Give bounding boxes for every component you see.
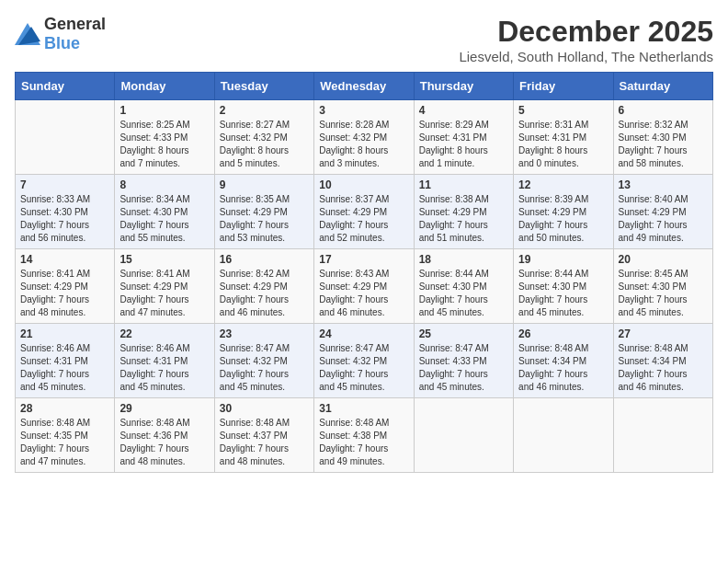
- title-area: December 2025 Liesveld, South Holland, T…: [459, 15, 713, 64]
- day-number: 10: [319, 178, 408, 191]
- day-info: Sunrise: 8:48 AM Sunset: 4:34 PM Dayligh…: [518, 342, 608, 394]
- calendar-cell: 26Sunrise: 8:48 AM Sunset: 4:34 PM Dayli…: [514, 324, 613, 398]
- header-saturday: Saturday: [613, 73, 712, 100]
- day-number: 27: [619, 327, 708, 340]
- day-number: 29: [119, 402, 209, 415]
- day-number: 21: [20, 327, 109, 340]
- day-number: 30: [220, 402, 309, 415]
- day-number: 13: [619, 178, 708, 191]
- header-monday: Monday: [115, 73, 214, 100]
- day-info: Sunrise: 8:44 AM Sunset: 4:30 PM Dayligh…: [518, 268, 608, 319]
- calendar-cell: 8Sunrise: 8:34 AM Sunset: 4:30 PM Daylig…: [115, 175, 214, 249]
- calendar-header-row: SundayMondayTuesdayWednesdayThursdayFrid…: [16, 73, 713, 100]
- day-info: Sunrise: 8:35 AM Sunset: 4:29 PM Dayligh…: [220, 193, 309, 245]
- calendar-cell: [414, 398, 513, 473]
- calendar-cell: 31Sunrise: 8:48 AM Sunset: 4:38 PM Dayli…: [314, 398, 414, 473]
- calendar-cell: 13Sunrise: 8:40 AM Sunset: 4:29 PM Dayli…: [613, 175, 712, 249]
- day-number: 31: [319, 402, 408, 415]
- day-info: Sunrise: 8:37 AM Sunset: 4:29 PM Dayligh…: [319, 193, 408, 245]
- calendar-cell: 14Sunrise: 8:41 AM Sunset: 4:29 PM Dayli…: [16, 249, 115, 324]
- day-info: Sunrise: 8:48 AM Sunset: 4:38 PM Dayligh…: [319, 417, 408, 468]
- calendar-cell: 1Sunrise: 8:25 AM Sunset: 4:33 PM Daylig…: [115, 100, 214, 175]
- calendar-cell: 12Sunrise: 8:39 AM Sunset: 4:29 PM Dayli…: [514, 175, 613, 249]
- day-number: 11: [419, 178, 508, 191]
- day-info: Sunrise: 8:48 AM Sunset: 4:37 PM Dayligh…: [220, 417, 309, 468]
- calendar-cell: [514, 398, 613, 473]
- calendar-cell: 7Sunrise: 8:33 AM Sunset: 4:30 PM Daylig…: [16, 175, 115, 249]
- day-info: Sunrise: 8:48 AM Sunset: 4:35 PM Dayligh…: [20, 417, 109, 468]
- day-number: 19: [518, 253, 608, 266]
- day-number: 5: [518, 104, 608, 117]
- day-number: 9: [220, 178, 309, 191]
- calendar-cell: 21Sunrise: 8:46 AM Sunset: 4:31 PM Dayli…: [16, 324, 115, 398]
- calendar-table: SundayMondayTuesdayWednesdayThursdayFrid…: [15, 72, 713, 473]
- calendar-cell: 27Sunrise: 8:48 AM Sunset: 4:34 PM Dayli…: [613, 324, 712, 398]
- header-friday: Friday: [514, 73, 613, 100]
- calendar-body: 1Sunrise: 8:25 AM Sunset: 4:33 PM Daylig…: [16, 100, 713, 473]
- day-info: Sunrise: 8:40 AM Sunset: 4:29 PM Dayligh…: [619, 193, 708, 245]
- day-info: Sunrise: 8:47 AM Sunset: 4:32 PM Dayligh…: [319, 342, 408, 394]
- calendar-cell: [613, 398, 712, 473]
- day-info: Sunrise: 8:31 AM Sunset: 4:31 PM Dayligh…: [518, 119, 608, 170]
- calendar-cell: 3Sunrise: 8:28 AM Sunset: 4:32 PM Daylig…: [314, 100, 414, 175]
- day-info: Sunrise: 8:25 AM Sunset: 4:33 PM Dayligh…: [119, 119, 209, 170]
- day-info: Sunrise: 8:34 AM Sunset: 4:30 PM Dayligh…: [119, 193, 209, 245]
- day-info: Sunrise: 8:32 AM Sunset: 4:30 PM Dayligh…: [619, 119, 708, 170]
- header-tuesday: Tuesday: [214, 73, 313, 100]
- day-info: Sunrise: 8:33 AM Sunset: 4:30 PM Dayligh…: [20, 193, 109, 245]
- day-info: Sunrise: 8:29 AM Sunset: 4:31 PM Dayligh…: [419, 119, 508, 170]
- day-number: 22: [119, 327, 209, 340]
- day-info: Sunrise: 8:39 AM Sunset: 4:29 PM Dayligh…: [518, 193, 608, 245]
- day-info: Sunrise: 8:44 AM Sunset: 4:30 PM Dayligh…: [419, 268, 508, 319]
- calendar-cell: 28Sunrise: 8:48 AM Sunset: 4:35 PM Dayli…: [16, 398, 115, 473]
- day-info: Sunrise: 8:28 AM Sunset: 4:32 PM Dayligh…: [319, 119, 408, 170]
- calendar-cell: 18Sunrise: 8:44 AM Sunset: 4:30 PM Dayli…: [414, 249, 513, 324]
- day-info: Sunrise: 8:27 AM Sunset: 4:32 PM Dayligh…: [220, 119, 309, 170]
- day-number: 1: [119, 104, 209, 117]
- day-number: 25: [419, 327, 508, 340]
- day-number: 3: [319, 104, 408, 117]
- day-info: Sunrise: 8:41 AM Sunset: 4:29 PM Dayligh…: [119, 268, 209, 319]
- day-info: Sunrise: 8:46 AM Sunset: 4:31 PM Dayligh…: [20, 342, 109, 394]
- day-number: 14: [20, 253, 109, 266]
- calendar-cell: 11Sunrise: 8:38 AM Sunset: 4:29 PM Dayli…: [414, 175, 513, 249]
- calendar-cell: [16, 100, 115, 175]
- month-title: December 2025: [459, 15, 713, 49]
- day-info: Sunrise: 8:41 AM Sunset: 4:29 PM Dayligh…: [20, 268, 109, 319]
- week-row-1: 1Sunrise: 8:25 AM Sunset: 4:33 PM Daylig…: [16, 100, 713, 175]
- day-info: Sunrise: 8:47 AM Sunset: 4:32 PM Dayligh…: [220, 342, 309, 394]
- calendar-cell: 15Sunrise: 8:41 AM Sunset: 4:29 PM Dayli…: [115, 249, 214, 324]
- day-number: 20: [619, 253, 708, 266]
- calendar-cell: 17Sunrise: 8:43 AM Sunset: 4:29 PM Dayli…: [314, 249, 414, 324]
- day-info: Sunrise: 8:38 AM Sunset: 4:29 PM Dayligh…: [419, 193, 508, 245]
- header-wednesday: Wednesday: [314, 73, 414, 100]
- day-info: Sunrise: 8:47 AM Sunset: 4:33 PM Dayligh…: [419, 342, 508, 394]
- week-row-3: 14Sunrise: 8:41 AM Sunset: 4:29 PM Dayli…: [16, 249, 713, 324]
- calendar-cell: 22Sunrise: 8:46 AM Sunset: 4:31 PM Dayli…: [115, 324, 214, 398]
- calendar-cell: 9Sunrise: 8:35 AM Sunset: 4:29 PM Daylig…: [214, 175, 313, 249]
- header-sunday: Sunday: [16, 73, 115, 100]
- calendar-cell: 6Sunrise: 8:32 AM Sunset: 4:30 PM Daylig…: [613, 100, 712, 175]
- day-number: 6: [619, 104, 708, 117]
- day-info: Sunrise: 8:48 AM Sunset: 4:34 PM Dayligh…: [619, 342, 708, 394]
- day-number: 2: [220, 104, 309, 117]
- week-row-5: 28Sunrise: 8:48 AM Sunset: 4:35 PM Dayli…: [16, 398, 713, 473]
- day-info: Sunrise: 8:45 AM Sunset: 4:30 PM Dayligh…: [619, 268, 708, 319]
- day-number: 8: [119, 178, 209, 191]
- day-number: 28: [20, 402, 109, 415]
- logo-general: General: [44, 15, 106, 33]
- day-info: Sunrise: 8:46 AM Sunset: 4:31 PM Dayligh…: [119, 342, 209, 394]
- calendar-cell: 5Sunrise: 8:31 AM Sunset: 4:31 PM Daylig…: [514, 100, 613, 175]
- calendar-cell: 24Sunrise: 8:47 AM Sunset: 4:32 PM Dayli…: [314, 324, 414, 398]
- day-info: Sunrise: 8:48 AM Sunset: 4:36 PM Dayligh…: [119, 417, 209, 468]
- day-info: Sunrise: 8:42 AM Sunset: 4:29 PM Dayligh…: [220, 268, 309, 319]
- logo: General Blue: [15, 15, 106, 53]
- header: General Blue December 2025 Liesveld, Sou…: [15, 15, 713, 64]
- day-number: 18: [419, 253, 508, 266]
- day-info: Sunrise: 8:43 AM Sunset: 4:29 PM Dayligh…: [319, 268, 408, 319]
- calendar-cell: 4Sunrise: 8:29 AM Sunset: 4:31 PM Daylig…: [414, 100, 513, 175]
- week-row-4: 21Sunrise: 8:46 AM Sunset: 4:31 PM Dayli…: [16, 324, 713, 398]
- calendar-cell: 20Sunrise: 8:45 AM Sunset: 4:30 PM Dayli…: [613, 249, 712, 324]
- day-number: 4: [419, 104, 508, 117]
- day-number: 17: [319, 253, 408, 266]
